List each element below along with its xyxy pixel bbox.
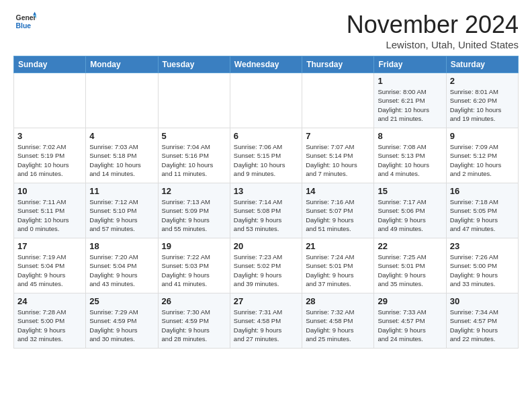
table-row: 29Sunrise: 7:33 AM Sunset: 4:57 PM Dayli… [374, 293, 446, 349]
day-number: 19 [162, 241, 226, 251]
svg-text:General: General [16, 14, 36, 21]
day-info: Sunrise: 7:16 AM Sunset: 5:07 PM Dayligh… [306, 197, 370, 233]
col-saturday: Saturday [446, 56, 518, 73]
day-info: Sunrise: 7:09 AM Sunset: 5:12 PM Dayligh… [450, 142, 515, 178]
day-info: Sunrise: 7:08 AM Sunset: 5:13 PM Dayligh… [378, 142, 442, 178]
week-row-5: 24Sunrise: 7:28 AM Sunset: 5:00 PM Dayli… [14, 293, 519, 349]
col-wednesday: Wednesday [230, 56, 302, 73]
day-info: Sunrise: 7:18 AM Sunset: 5:05 PM Dayligh… [450, 197, 515, 233]
day-number: 6 [234, 131, 298, 141]
day-info: Sunrise: 7:31 AM Sunset: 4:58 PM Dayligh… [234, 308, 298, 343]
table-row: 2Sunrise: 8:01 AM Sunset: 6:20 PM Daylig… [446, 73, 518, 128]
day-info: Sunrise: 7:25 AM Sunset: 5:01 PM Dayligh… [378, 253, 442, 288]
day-number: 21 [306, 241, 370, 251]
table-row: 30Sunrise: 7:34 AM Sunset: 4:57 PM Dayli… [446, 293, 518, 349]
day-number: 13 [234, 186, 298, 196]
day-info: Sunrise: 7:12 AM Sunset: 5:10 PM Dayligh… [89, 197, 154, 233]
week-row-2: 3Sunrise: 7:02 AM Sunset: 5:19 PM Daylig… [14, 128, 519, 183]
table-row: 9Sunrise: 7:09 AM Sunset: 5:12 PM Daylig… [446, 128, 518, 183]
day-info: Sunrise: 7:17 AM Sunset: 5:06 PM Dayligh… [378, 197, 442, 233]
day-number: 10 [17, 186, 82, 196]
day-number: 16 [450, 186, 515, 196]
table-row: 18Sunrise: 7:20 AM Sunset: 5:04 PM Dayli… [86, 238, 158, 293]
day-number: 7 [306, 131, 370, 141]
day-info: Sunrise: 7:30 AM Sunset: 4:59 PM Dayligh… [162, 308, 226, 343]
location: Lewiston, Utah, United States [347, 39, 519, 50]
day-info: Sunrise: 7:20 AM Sunset: 5:04 PM Dayligh… [89, 253, 154, 288]
day-info: Sunrise: 7:02 AM Sunset: 5:19 PM Dayligh… [17, 142, 82, 178]
table-row: 13Sunrise: 7:14 AM Sunset: 5:08 PM Dayli… [230, 183, 302, 238]
table-row: 7Sunrise: 7:07 AM Sunset: 5:14 PM Daylig… [302, 128, 374, 183]
table-row: 26Sunrise: 7:30 AM Sunset: 4:59 PM Dayli… [158, 293, 230, 349]
table-row: 3Sunrise: 7:02 AM Sunset: 5:19 PM Daylig… [14, 128, 86, 183]
week-row-4: 17Sunrise: 7:19 AM Sunset: 5:04 PM Dayli… [14, 238, 519, 293]
table-row: 1Sunrise: 8:00 AM Sunset: 6:21 PM Daylig… [374, 73, 446, 128]
day-number: 28 [306, 296, 370, 306]
day-number: 11 [89, 186, 154, 196]
col-sunday: Sunday [14, 56, 86, 73]
day-number: 23 [450, 241, 515, 251]
day-number: 27 [234, 296, 298, 306]
table-row: 22Sunrise: 7:25 AM Sunset: 5:01 PM Dayli… [374, 238, 446, 293]
logo-icon: General Blue [15, 11, 36, 32]
day-number: 1 [378, 76, 442, 86]
table-row: 28Sunrise: 7:32 AM Sunset: 4:58 PM Dayli… [302, 293, 374, 349]
day-info: Sunrise: 7:13 AM Sunset: 5:09 PM Dayligh… [162, 197, 226, 233]
table-row: 12Sunrise: 7:13 AM Sunset: 5:09 PM Dayli… [158, 183, 230, 238]
table-row: 10Sunrise: 7:11 AM Sunset: 5:11 PM Dayli… [14, 183, 86, 238]
day-number: 14 [306, 186, 370, 196]
day-number: 26 [162, 296, 226, 306]
table-row: 21Sunrise: 7:24 AM Sunset: 5:01 PM Dayli… [302, 238, 374, 293]
day-info: Sunrise: 7:07 AM Sunset: 5:14 PM Dayligh… [306, 142, 370, 178]
col-tuesday: Tuesday [158, 56, 230, 73]
day-info: Sunrise: 7:22 AM Sunset: 5:03 PM Dayligh… [162, 253, 226, 288]
day-number: 9 [450, 131, 515, 141]
table-row: 5Sunrise: 7:04 AM Sunset: 5:16 PM Daylig… [158, 128, 230, 183]
svg-text:Blue: Blue [16, 22, 32, 30]
table-row [14, 73, 86, 128]
logo: General Blue [13, 11, 36, 35]
day-info: Sunrise: 7:04 AM Sunset: 5:16 PM Dayligh… [162, 142, 226, 178]
day-info: Sunrise: 7:29 AM Sunset: 4:59 PM Dayligh… [89, 308, 154, 343]
calendar-table: Sunday Monday Tuesday Wednesday Thursday… [13, 56, 519, 349]
table-row: 4Sunrise: 7:03 AM Sunset: 5:18 PM Daylig… [86, 128, 158, 183]
table-row [158, 73, 230, 128]
day-info: Sunrise: 7:23 AM Sunset: 5:02 PM Dayligh… [234, 253, 298, 288]
table-row [230, 73, 302, 128]
day-number: 20 [234, 241, 298, 251]
day-info: Sunrise: 7:14 AM Sunset: 5:08 PM Dayligh… [234, 197, 298, 233]
day-number: 8 [378, 131, 442, 141]
table-row: 6Sunrise: 7:06 AM Sunset: 5:15 PM Daylig… [230, 128, 302, 183]
calendar-header-row: Sunday Monday Tuesday Wednesday Thursday… [14, 56, 519, 73]
col-thursday: Thursday [302, 56, 374, 73]
day-info: Sunrise: 7:03 AM Sunset: 5:18 PM Dayligh… [89, 142, 154, 178]
table-row: 25Sunrise: 7:29 AM Sunset: 4:59 PM Dayli… [86, 293, 158, 349]
day-info: Sunrise: 8:01 AM Sunset: 6:20 PM Dayligh… [450, 87, 515, 123]
day-number: 24 [17, 296, 82, 306]
day-info: Sunrise: 7:11 AM Sunset: 5:11 PM Dayligh… [17, 197, 82, 233]
table-row: 8Sunrise: 7:08 AM Sunset: 5:13 PM Daylig… [374, 128, 446, 183]
day-number: 3 [17, 131, 82, 141]
table-row: 19Sunrise: 7:22 AM Sunset: 5:03 PM Dayli… [158, 238, 230, 293]
day-info: Sunrise: 7:06 AM Sunset: 5:15 PM Dayligh… [234, 142, 298, 178]
table-row: 20Sunrise: 7:23 AM Sunset: 5:02 PM Dayli… [230, 238, 302, 293]
header: General Blue November 2024 Lewiston, Uta… [13, 11, 519, 50]
day-info: Sunrise: 7:24 AM Sunset: 5:01 PM Dayligh… [306, 253, 370, 288]
table-row: 17Sunrise: 7:19 AM Sunset: 5:04 PM Dayli… [14, 238, 86, 293]
day-info: Sunrise: 8:00 AM Sunset: 6:21 PM Dayligh… [378, 87, 442, 123]
col-friday: Friday [374, 56, 446, 73]
month-title: November 2024 [347, 11, 519, 39]
day-info: Sunrise: 7:33 AM Sunset: 4:57 PM Dayligh… [378, 308, 442, 343]
week-row-3: 10Sunrise: 7:11 AM Sunset: 5:11 PM Dayli… [14, 183, 519, 238]
day-info: Sunrise: 7:32 AM Sunset: 4:58 PM Dayligh… [306, 308, 370, 343]
day-number: 25 [89, 296, 154, 306]
day-number: 29 [378, 296, 442, 306]
table-row [86, 73, 158, 128]
day-info: Sunrise: 7:19 AM Sunset: 5:04 PM Dayligh… [17, 253, 82, 288]
day-number: 5 [162, 131, 226, 141]
table-row: 14Sunrise: 7:16 AM Sunset: 5:07 PM Dayli… [302, 183, 374, 238]
day-number: 22 [378, 241, 442, 251]
table-row: 23Sunrise: 7:26 AM Sunset: 5:00 PM Dayli… [446, 238, 518, 293]
day-number: 15 [378, 186, 442, 196]
day-info: Sunrise: 7:26 AM Sunset: 5:00 PM Dayligh… [450, 253, 515, 288]
